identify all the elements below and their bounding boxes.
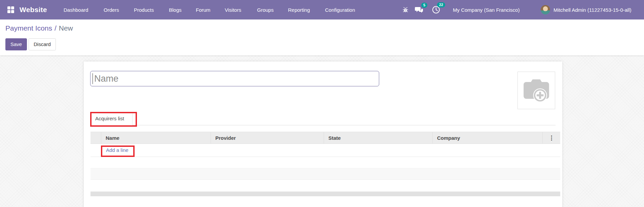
nav-item-orders[interactable]: Orders (104, 0, 119, 19)
odoo-website-backend: Website Dashboard Orders Products Blogs … (0, 0, 644, 207)
optional-columns-toggle-icon[interactable]: ⋮ (542, 132, 560, 143)
content-background: Acquirers list Name Provider State Compa… (0, 55, 644, 207)
acquirers-table: Name Provider State Company ⋮ Add a line (91, 132, 560, 196)
table-header-row: Name Provider State Company ⋮ (91, 132, 560, 144)
save-button[interactable]: Save (5, 38, 27, 50)
notebook-tabs: Acquirers list (91, 112, 556, 125)
horizontal-scrollbar[interactable] (91, 192, 560, 196)
breadcrumb-current: New (59, 24, 73, 32)
nav-item-reporting[interactable]: Reporting (288, 0, 310, 19)
empty-row (91, 180, 560, 192)
column-header-handle (91, 132, 101, 143)
user-menu[interactable]: Mitchell Admin (11227453-15-0-all) (553, 0, 632, 19)
nav-item-forum[interactable]: Forum (196, 0, 210, 19)
image-upload-box[interactable] (517, 72, 555, 109)
nav-item-configuration[interactable]: Configuration (325, 0, 355, 19)
column-header-provider[interactable]: Provider (211, 132, 324, 143)
discard-button[interactable]: Discard (29, 38, 56, 50)
messages-count-badge[interactable]: 5 (421, 3, 427, 8)
app-brand[interactable]: Website (20, 0, 47, 19)
control-panel: Payment Icons/New Save Discard (0, 19, 644, 55)
table-row: Add a line (91, 144, 560, 157)
nav-item-blogs[interactable]: Blogs (169, 0, 182, 19)
nav-item-visitors[interactable]: Visitors (225, 0, 241, 19)
column-header-name[interactable]: Name (101, 132, 211, 143)
camera-add-icon (522, 77, 551, 104)
company-switcher[interactable]: My Company (San Francisco) (453, 0, 520, 19)
apps-grid-icon (7, 6, 14, 13)
nav-item-products[interactable]: Products (134, 0, 154, 19)
debug-menu-button[interactable] (402, 0, 409, 19)
top-navbar: Website Dashboard Orders Products Blogs … (0, 0, 644, 19)
column-header-company[interactable]: Company (432, 132, 542, 143)
tab-acquirers-list[interactable]: Acquirers list (91, 112, 133, 125)
nav-item-dashboard[interactable]: Dashboard (64, 0, 88, 19)
empty-row (91, 168, 560, 180)
breadcrumb: Payment Icons/New (5, 24, 73, 32)
nav-item-groups[interactable]: Groups (257, 0, 274, 19)
column-header-state[interactable]: State (324, 132, 432, 143)
bug-icon (402, 6, 409, 13)
activities-count-badge[interactable]: 22 (437, 2, 445, 7)
form-sheet: Acquirers list Name Provider State Compa… (84, 61, 562, 207)
breadcrumb-separator: / (55, 24, 57, 32)
apps-menu-button[interactable] (7, 0, 14, 19)
add-a-line-link[interactable]: Add a line (106, 144, 129, 157)
empty-row (91, 157, 560, 168)
name-input[interactable] (90, 71, 379, 86)
breadcrumb-payment-icons-link[interactable]: Payment Icons (5, 24, 52, 32)
user-avatar[interactable] (541, 5, 550, 14)
